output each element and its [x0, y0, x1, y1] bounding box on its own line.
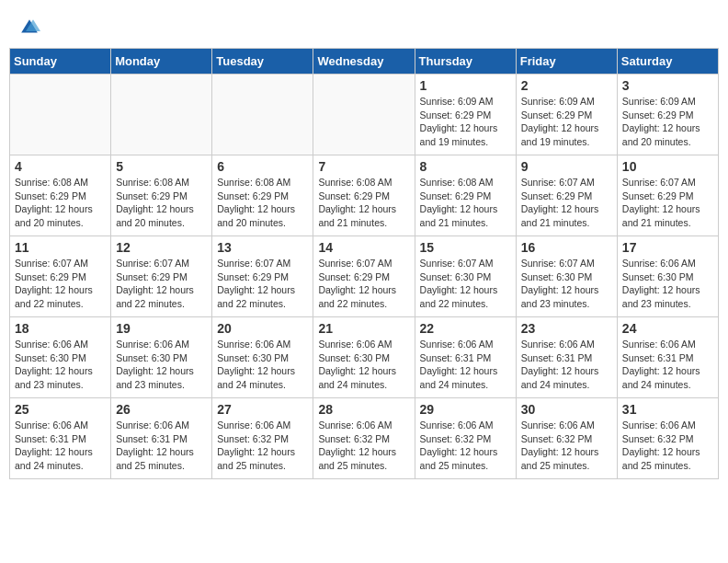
day-info: Sunrise: 6:06 AM Sunset: 6:32 PM Dayligh…: [521, 419, 612, 473]
day-number: 27: [217, 402, 308, 417]
calendar-cell: 2Sunrise: 6:09 AM Sunset: 6:29 PM Daylig…: [516, 75, 617, 155]
calendar-cell: [313, 75, 415, 155]
day-info: Sunrise: 6:06 AM Sunset: 6:32 PM Dayligh…: [420, 419, 511, 473]
day-number: 5: [116, 159, 207, 174]
day-info: Sunrise: 6:06 AM Sunset: 6:30 PM Dayligh…: [622, 257, 713, 311]
day-number: 31: [622, 402, 713, 417]
day-info: Sunrise: 6:06 AM Sunset: 6:31 PM Dayligh…: [116, 419, 207, 473]
calendar-cell: 11Sunrise: 6:07 AM Sunset: 6:29 PM Dayli…: [10, 236, 111, 317]
calendar-cell: 26Sunrise: 6:06 AM Sunset: 6:31 PM Dayli…: [111, 398, 212, 479]
calendar-header-row: SundayMondayTuesdayWednesdayThursdayFrid…: [10, 49, 719, 75]
calendar-cell: 3Sunrise: 6:09 AM Sunset: 6:29 PM Daylig…: [617, 75, 718, 155]
day-number: 14: [318, 240, 409, 255]
calendar-table: SundayMondayTuesdayWednesdayThursdayFrid…: [9, 48, 719, 479]
day-number: 16: [521, 240, 612, 255]
day-info: Sunrise: 6:06 AM Sunset: 6:31 PM Dayligh…: [15, 419, 106, 473]
day-info: Sunrise: 6:07 AM Sunset: 6:29 PM Dayligh…: [622, 176, 713, 230]
calendar-cell: 27Sunrise: 6:06 AM Sunset: 6:32 PM Dayli…: [212, 398, 313, 479]
calendar-cell: 28Sunrise: 6:06 AM Sunset: 6:32 PM Dayli…: [313, 398, 415, 479]
week-row-5: 25Sunrise: 6:06 AM Sunset: 6:31 PM Dayli…: [10, 398, 719, 479]
day-number: 23: [521, 321, 612, 336]
calendar-cell: [212, 75, 313, 155]
calendar-header-monday: Monday: [111, 49, 212, 75]
day-info: Sunrise: 6:07 AM Sunset: 6:29 PM Dayligh…: [318, 257, 409, 311]
day-info: Sunrise: 6:08 AM Sunset: 6:29 PM Dayligh…: [318, 176, 409, 230]
day-info: Sunrise: 6:09 AM Sunset: 6:29 PM Dayligh…: [420, 95, 511, 149]
day-number: 13: [217, 240, 308, 255]
calendar-cell: 8Sunrise: 6:08 AM Sunset: 6:29 PM Daylig…: [415, 155, 516, 236]
calendar-cell: 22Sunrise: 6:06 AM Sunset: 6:31 PM Dayli…: [415, 317, 516, 398]
day-info: Sunrise: 6:07 AM Sunset: 6:29 PM Dayligh…: [15, 257, 106, 311]
logo-icon: [18, 17, 40, 39]
day-number: 11: [15, 240, 106, 255]
day-number: 17: [622, 240, 713, 255]
day-number: 30: [521, 402, 612, 417]
day-number: 7: [318, 159, 409, 174]
day-info: Sunrise: 6:07 AM Sunset: 6:29 PM Dayligh…: [217, 257, 308, 311]
calendar-cell: 21Sunrise: 6:06 AM Sunset: 6:30 PM Dayli…: [313, 317, 415, 398]
day-info: Sunrise: 6:09 AM Sunset: 6:29 PM Dayligh…: [622, 95, 713, 149]
calendar-header-thursday: Thursday: [415, 49, 516, 75]
day-number: 6: [217, 159, 308, 174]
day-number: 21: [318, 321, 409, 336]
calendar-cell: 12Sunrise: 6:07 AM Sunset: 6:29 PM Dayli…: [111, 236, 212, 317]
calendar-header-sunday: Sunday: [10, 49, 111, 75]
day-number: 2: [521, 78, 612, 93]
calendar-cell: 4Sunrise: 6:08 AM Sunset: 6:29 PM Daylig…: [10, 155, 111, 236]
day-info: Sunrise: 6:06 AM Sunset: 6:31 PM Dayligh…: [521, 338, 612, 392]
day-number: 25: [15, 402, 106, 417]
day-info: Sunrise: 6:08 AM Sunset: 6:29 PM Dayligh…: [15, 176, 106, 230]
day-info: Sunrise: 6:07 AM Sunset: 6:30 PM Dayligh…: [521, 257, 612, 311]
calendar-cell: 25Sunrise: 6:06 AM Sunset: 6:31 PM Dayli…: [10, 398, 111, 479]
calendar-cell: 10Sunrise: 6:07 AM Sunset: 6:29 PM Dayli…: [617, 155, 718, 236]
calendar-cell: 15Sunrise: 6:07 AM Sunset: 6:30 PM Dayli…: [415, 236, 516, 317]
week-row-3: 11Sunrise: 6:07 AM Sunset: 6:29 PM Dayli…: [10, 236, 719, 317]
week-row-2: 4Sunrise: 6:08 AM Sunset: 6:29 PM Daylig…: [10, 155, 719, 236]
day-info: Sunrise: 6:07 AM Sunset: 6:29 PM Dayligh…: [521, 176, 612, 230]
day-number: 18: [15, 321, 106, 336]
day-number: 24: [622, 321, 713, 336]
day-info: Sunrise: 6:06 AM Sunset: 6:32 PM Dayligh…: [622, 419, 713, 473]
calendar-cell: 31Sunrise: 6:06 AM Sunset: 6:32 PM Dayli…: [617, 398, 718, 479]
calendar-cell: 16Sunrise: 6:07 AM Sunset: 6:30 PM Dayli…: [516, 236, 617, 317]
calendar-cell: 17Sunrise: 6:06 AM Sunset: 6:30 PM Dayli…: [617, 236, 718, 317]
day-info: Sunrise: 6:06 AM Sunset: 6:32 PM Dayligh…: [217, 419, 308, 473]
day-info: Sunrise: 6:06 AM Sunset: 6:30 PM Dayligh…: [318, 338, 409, 392]
logo: [18, 17, 42, 39]
day-info: Sunrise: 6:06 AM Sunset: 6:31 PM Dayligh…: [420, 338, 511, 392]
calendar-cell: 14Sunrise: 6:07 AM Sunset: 6:29 PM Dayli…: [313, 236, 415, 317]
calendar-cell: 1Sunrise: 6:09 AM Sunset: 6:29 PM Daylig…: [415, 75, 516, 155]
calendar-cell: 6Sunrise: 6:08 AM Sunset: 6:29 PM Daylig…: [212, 155, 313, 236]
day-number: 19: [116, 321, 207, 336]
day-number: 28: [318, 402, 409, 417]
calendar-cell: [10, 75, 111, 155]
day-info: Sunrise: 6:09 AM Sunset: 6:29 PM Dayligh…: [521, 95, 612, 149]
week-row-1: 1Sunrise: 6:09 AM Sunset: 6:29 PM Daylig…: [10, 75, 719, 155]
day-info: Sunrise: 6:06 AM Sunset: 6:30 PM Dayligh…: [15, 338, 106, 392]
day-number: 9: [521, 159, 612, 174]
day-number: 8: [420, 159, 511, 174]
day-info: Sunrise: 6:08 AM Sunset: 6:29 PM Dayligh…: [116, 176, 207, 230]
calendar-cell: 18Sunrise: 6:06 AM Sunset: 6:30 PM Dayli…: [10, 317, 111, 398]
day-number: 10: [622, 159, 713, 174]
week-row-4: 18Sunrise: 6:06 AM Sunset: 6:30 PM Dayli…: [10, 317, 719, 398]
day-info: Sunrise: 6:06 AM Sunset: 6:32 PM Dayligh…: [318, 419, 409, 473]
calendar-cell: 24Sunrise: 6:06 AM Sunset: 6:31 PM Dayli…: [617, 317, 718, 398]
calendar-cell: 13Sunrise: 6:07 AM Sunset: 6:29 PM Dayli…: [212, 236, 313, 317]
calendar-cell: 19Sunrise: 6:06 AM Sunset: 6:30 PM Dayli…: [111, 317, 212, 398]
day-number: 20: [217, 321, 308, 336]
day-number: 29: [420, 402, 511, 417]
day-number: 26: [116, 402, 207, 417]
day-number: 4: [15, 159, 106, 174]
day-info: Sunrise: 6:08 AM Sunset: 6:29 PM Dayligh…: [217, 176, 308, 230]
page-header: [9, 9, 719, 44]
calendar-header-tuesday: Tuesday: [212, 49, 313, 75]
calendar-header-saturday: Saturday: [617, 49, 718, 75]
day-info: Sunrise: 6:06 AM Sunset: 6:30 PM Dayligh…: [116, 338, 207, 392]
day-number: 15: [420, 240, 511, 255]
day-number: 1: [420, 78, 511, 93]
calendar-cell: 5Sunrise: 6:08 AM Sunset: 6:29 PM Daylig…: [111, 155, 212, 236]
calendar-cell: 20Sunrise: 6:06 AM Sunset: 6:30 PM Dayli…: [212, 317, 313, 398]
day-info: Sunrise: 6:06 AM Sunset: 6:31 PM Dayligh…: [622, 338, 713, 392]
day-info: Sunrise: 6:08 AM Sunset: 6:29 PM Dayligh…: [420, 176, 511, 230]
